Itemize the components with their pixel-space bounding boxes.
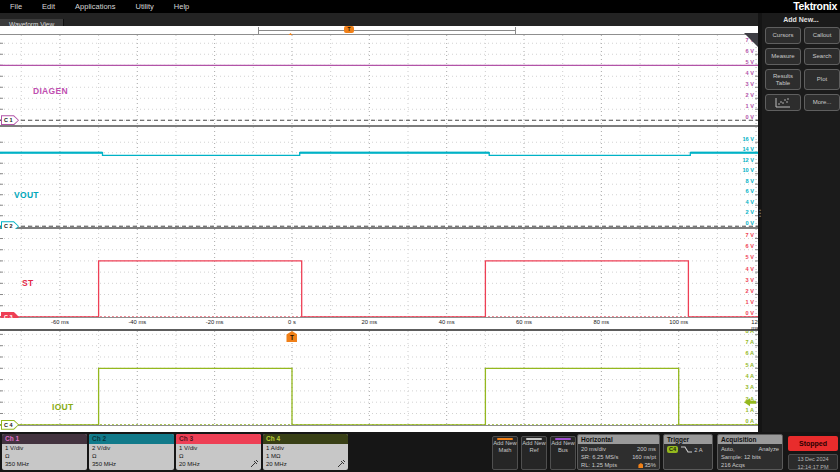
tektronix-logo: Tektronix bbox=[793, 0, 837, 13]
splitter-grip-icon: ••• bbox=[759, 209, 761, 218]
trigger-title: Trigger bbox=[664, 435, 712, 444]
scale-setting: 1 V/div bbox=[176, 444, 261, 452]
channel-label-c1[interactable]: DIAGEN bbox=[33, 86, 68, 96]
acquisition-title: Acquisition bbox=[718, 435, 782, 444]
time-axis-label: 100 ms bbox=[669, 319, 688, 325]
channel-badge-2[interactable]: Ch 22 V/divΩ350 MHz bbox=[89, 434, 174, 470]
record-view-left-bracket bbox=[258, 27, 259, 34]
scale-label: 7 V bbox=[746, 232, 755, 238]
channel-badge-4[interactable]: Ch 41 A/div1 MΩ20 MHz bbox=[263, 434, 348, 470]
add-new-ref-button[interactable]: Add New Ref bbox=[521, 436, 547, 470]
scale-label: 4 V bbox=[746, 199, 755, 205]
scale-label: 8 A bbox=[746, 331, 755, 334]
waveform-graticule[interactable]: T 7 V6 V5 V4 V3 V2 V1 V0 VDIAGENC 116 V1… bbox=[0, 26, 758, 432]
trigger-source-chip: C4 bbox=[667, 446, 678, 453]
right-panel: ••• Add New... Cursors Callout Measure S… bbox=[758, 13, 840, 432]
menu-utility[interactable]: Utility bbox=[125, 0, 163, 13]
scale-label: 12 V bbox=[742, 157, 754, 163]
trigger-badge[interactable]: Trigger C4 2 A bbox=[663, 434, 713, 470]
acquisition-analyze: Analyze bbox=[758, 445, 779, 453]
measure-button[interactable]: Measure bbox=[765, 48, 801, 65]
tab-bar: Waveform View bbox=[0, 13, 758, 27]
scale-label: 5 V bbox=[746, 59, 755, 65]
channel-handle-c4[interactable]: C 4 bbox=[1, 420, 19, 430]
channel-badge-title: Ch 1 bbox=[2, 434, 87, 444]
bandwidth-setting: 350 MHz bbox=[2, 460, 87, 468]
time-axis-label: 40 ms bbox=[439, 319, 455, 325]
waveform-trace-c3[interactable] bbox=[0, 261, 758, 317]
horizontal-title: Horizontal bbox=[578, 435, 659, 444]
time-axis-label: 20 ms bbox=[361, 319, 377, 325]
time-axis: -60 ms-40 ms-20 ms0 s20 ms40 ms60 ms80 m… bbox=[0, 318, 758, 329]
bandwidth-setting: 350 MHz bbox=[89, 460, 174, 468]
scale-label: 8 V bbox=[746, 178, 755, 184]
waveform-slice-c4[interactable]: 8 A7 A6 A5 A4 A3 A2 A1 A0 AIOUTC 4T bbox=[0, 331, 758, 425]
callout-button[interactable]: Callout bbox=[804, 27, 840, 44]
scale-label: 0 A bbox=[746, 418, 755, 424]
section-divider bbox=[0, 425, 758, 426]
waveform-slice-c1[interactable]: 7 V6 V5 V4 V3 V2 V1 V0 VDIAGENC 1 bbox=[0, 35, 758, 125]
record-view-bar[interactable]: T bbox=[0, 26, 758, 34]
add-new-math-button[interactable]: Add New Math bbox=[492, 436, 518, 470]
falling-edge-icon bbox=[680, 445, 693, 454]
cursors-button[interactable]: Cursors bbox=[765, 27, 801, 44]
horizontal-badge[interactable]: Horizontal 20 ms/div 200 ms SR: 6.25 MS/… bbox=[577, 434, 660, 470]
trigger-position: 35% bbox=[638, 461, 656, 469]
menu-file[interactable]: File bbox=[0, 0, 32, 13]
scale-label: 6 V bbox=[746, 188, 755, 194]
channel-label-c2[interactable]: VOUT bbox=[14, 190, 39, 200]
time-axis-label: -40 ms bbox=[128, 319, 146, 325]
waveform-slice-c3[interactable]: 7 V6 V5 V4 V3 V2 V1 V0 VSTC 3 bbox=[0, 229, 758, 317]
scale-label: 14 V bbox=[742, 146, 754, 152]
waveform-trace-c4[interactable] bbox=[0, 368, 758, 425]
scale-label: 6 A bbox=[746, 350, 755, 356]
scale-label: 1 V bbox=[746, 299, 755, 305]
time-axis-label: 0 s bbox=[288, 319, 296, 325]
channel-badge-title: Ch 4 bbox=[263, 434, 348, 444]
plot-button[interactable]: Plot bbox=[804, 69, 840, 90]
scale-label: 2 V bbox=[746, 92, 755, 98]
record-view-line bbox=[258, 30, 515, 31]
time-axis-label: 60 ms bbox=[516, 319, 532, 325]
menu-edit[interactable]: Edit bbox=[32, 0, 65, 13]
bandwidth-setting: 20 MHz bbox=[176, 460, 261, 468]
add-new-label: Add New Math bbox=[493, 440, 517, 454]
menu-applications[interactable]: Applications bbox=[65, 0, 125, 13]
scale-label: 5 V bbox=[746, 254, 755, 260]
channel-label-c3[interactable]: ST bbox=[22, 278, 33, 288]
add-new-bus-button[interactable]: Add New Bus bbox=[550, 436, 576, 470]
scale-label: 0 V bbox=[746, 114, 755, 120]
acquisition-sample: Sample: 12 bits bbox=[721, 453, 779, 461]
results-table-button[interactable]: Results Table bbox=[765, 69, 801, 90]
accent-bar bbox=[555, 438, 571, 440]
record-trigger-marker[interactable]: T bbox=[344, 26, 354, 33]
termination-setting: 1 MΩ bbox=[263, 452, 348, 460]
scale-label: 4 V bbox=[746, 70, 755, 76]
termination-setting: Ω bbox=[89, 452, 174, 460]
channel-handle-c1[interactable]: C 1 bbox=[1, 115, 19, 125]
scale-label: 16 V bbox=[742, 136, 754, 142]
scale-label: 6 V bbox=[746, 48, 755, 54]
scale-label: 3 A bbox=[746, 384, 755, 390]
channel-badge-3[interactable]: Ch 31 V/divΩ20 MHz bbox=[176, 434, 261, 470]
channel-label-c4[interactable]: IOUT bbox=[52, 402, 74, 412]
sample-rate: SR: 6.25 MS/s bbox=[581, 453, 618, 461]
more-button[interactable]: More... bbox=[804, 94, 840, 111]
menu-help[interactable]: Help bbox=[164, 0, 199, 13]
probe-settings-icon bbox=[337, 459, 346, 468]
run-stop-button[interactable]: Stopped bbox=[788, 436, 838, 451]
scale-label: 5 A bbox=[746, 362, 755, 368]
channel-badge-1[interactable]: Ch 11 V/divΩ350 MHz bbox=[2, 434, 87, 470]
scale-label: 10 V bbox=[742, 167, 754, 173]
histogram-plot-button[interactable] bbox=[765, 94, 801, 111]
datetime-display: 13 Dec 2024 12:14:17 PM bbox=[788, 454, 838, 470]
record-view-right-bracket bbox=[515, 27, 516, 34]
bottom-bar: Ch 11 V/divΩ350 MHzCh 22 V/divΩ350 MHzCh… bbox=[0, 432, 840, 472]
channel-badge-title: Ch 3 bbox=[176, 434, 261, 444]
search-button[interactable]: Search bbox=[804, 48, 840, 65]
panel-splitter[interactable]: ••• bbox=[758, 13, 762, 432]
waveform-slice-c2[interactable]: 16 V14 V12 V10 V8 V6 V4 V2 V0 VVOUTC 2 bbox=[0, 127, 758, 227]
scale-label: 1 A bbox=[746, 407, 755, 413]
acquisition-badge[interactable]: Acquisition Auto, Analyze Sample: 12 bit… bbox=[717, 434, 783, 470]
draw-a-box-zoom-handle[interactable] bbox=[744, 33, 758, 47]
